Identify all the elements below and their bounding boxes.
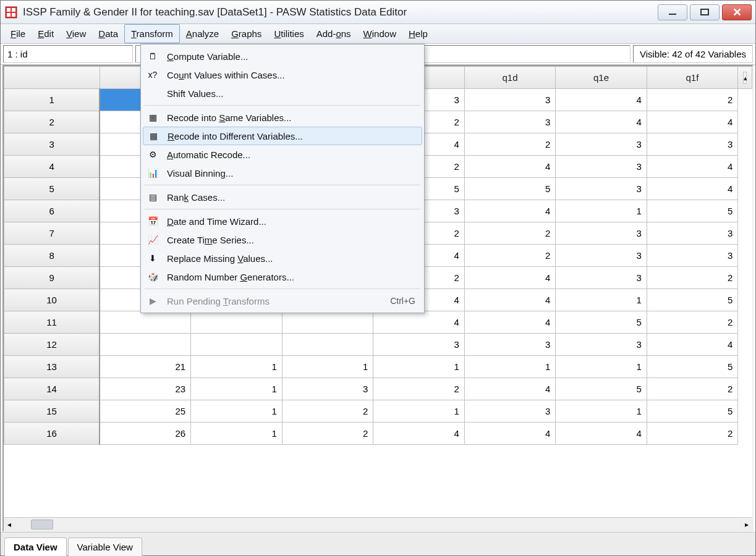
data-cell[interactable]: 1 bbox=[373, 400, 465, 423]
data-cell[interactable]: 1 bbox=[191, 400, 282, 423]
row-number[interactable]: 10 bbox=[4, 289, 100, 311]
data-cell[interactable]: 2 bbox=[647, 311, 738, 334]
menu-graphs[interactable]: Graphs bbox=[225, 24, 268, 43]
data-cell[interactable] bbox=[282, 311, 373, 334]
data-cell[interactable]: 3 bbox=[556, 334, 647, 356]
table-row[interactable]: 1525121315 bbox=[4, 400, 752, 423]
menu-edit[interactable]: Edit bbox=[32, 24, 60, 43]
data-cell[interactable]: 4 bbox=[373, 423, 465, 445]
row-number[interactable]: 14 bbox=[4, 378, 100, 400]
scrollbar-track[interactable] bbox=[16, 520, 740, 529]
col-header-q1d[interactable]: q1d bbox=[464, 67, 556, 89]
data-cell[interactable]: 4 bbox=[464, 289, 556, 311]
data-cell[interactable]: 4 bbox=[464, 267, 556, 289]
row-number[interactable]: 12 bbox=[4, 334, 100, 356]
table-row[interactable]: 1626124442 bbox=[4, 423, 752, 445]
scroll-right-icon[interactable]: ▸ bbox=[741, 520, 752, 529]
data-cell[interactable]: 5 bbox=[647, 356, 738, 378]
data-cell[interactable]: 3 bbox=[647, 222, 738, 245]
data-cell[interactable]: 3 bbox=[464, 89, 556, 111]
row-number[interactable]: 9 bbox=[4, 267, 100, 289]
row-number[interactable]: 4 bbox=[4, 156, 100, 178]
data-cell[interactable]: 26 bbox=[100, 423, 191, 445]
row-number[interactable]: 16 bbox=[4, 423, 100, 445]
data-cell[interactable]: 1 bbox=[464, 356, 556, 378]
tab-variable-view[interactable]: Variable View bbox=[68, 537, 142, 556]
data-cell[interactable]: 4 bbox=[647, 111, 738, 133]
menu-shift-values[interactable]: Shift Values... bbox=[141, 84, 424, 103]
data-cell[interactable]: 5 bbox=[556, 311, 647, 334]
menu-transform[interactable]: Transform bbox=[124, 24, 180, 43]
menu-create-time-series[interactable]: 📈 Create Time Series... bbox=[141, 230, 424, 249]
data-cell[interactable]: 5 bbox=[647, 289, 738, 311]
vertical-scrollbar[interactable]: ▴ bbox=[738, 67, 752, 89]
data-cell[interactable]: 4 bbox=[647, 178, 738, 200]
data-cell[interactable]: 1 bbox=[282, 356, 373, 378]
data-cell[interactable]: 3 bbox=[556, 178, 647, 200]
data-cell[interactable]: 1 bbox=[556, 289, 647, 311]
table-row[interactable]: 123334 bbox=[4, 334, 752, 356]
data-cell[interactable]: 4 bbox=[556, 89, 647, 111]
menu-view[interactable]: View bbox=[60, 24, 92, 43]
data-cell[interactable]: 3 bbox=[647, 245, 738, 267]
maximize-button[interactable] bbox=[690, 4, 720, 20]
row-number[interactable]: 13 bbox=[4, 356, 100, 378]
data-cell[interactable]: 4 bbox=[556, 423, 647, 445]
menu-visual-binning[interactable]: 📊 Visual Binning... bbox=[141, 164, 424, 182]
data-cell[interactable]: 2 bbox=[373, 378, 465, 400]
menu-rank-cases[interactable]: ▤ Rank Cases... bbox=[141, 188, 424, 206]
data-cell[interactable]: 3 bbox=[282, 378, 373, 400]
data-cell[interactable]: 5 bbox=[647, 400, 738, 423]
data-cell[interactable]: 1 bbox=[556, 356, 647, 378]
data-cell[interactable] bbox=[191, 311, 282, 334]
row-number[interactable]: 2 bbox=[4, 111, 100, 133]
data-cell[interactable]: 3 bbox=[556, 245, 647, 267]
menu-analyze[interactable]: Analyze bbox=[180, 24, 225, 43]
data-cell[interactable]: 2 bbox=[464, 222, 556, 245]
menu-random-number-generators[interactable]: 🎲 Random Number Generators... bbox=[141, 267, 424, 286]
data-cell[interactable]: 2 bbox=[464, 133, 556, 156]
data-cell[interactable]: 1 bbox=[373, 356, 465, 378]
menu-help[interactable]: Help bbox=[402, 24, 434, 43]
scroll-left-icon[interactable]: ◂ bbox=[4, 520, 15, 529]
table-row[interactable]: 1321111115 bbox=[4, 356, 752, 378]
row-number[interactable]: 5 bbox=[4, 178, 100, 200]
data-cell[interactable]: 3 bbox=[647, 133, 738, 156]
table-row[interactable]: 114452 bbox=[4, 311, 752, 334]
data-cell[interactable]: 4 bbox=[464, 200, 556, 222]
menu-recode-same[interactable]: ▦ Recode into Same Variables... bbox=[141, 108, 424, 127]
row-number[interactable]: 7 bbox=[4, 222, 100, 245]
close-button[interactable]: ✕ bbox=[722, 4, 752, 20]
table-row[interactable]: 1423132452 bbox=[4, 378, 752, 400]
menu-utilities[interactable]: Utilities bbox=[268, 24, 310, 43]
data-cell[interactable]: 2 bbox=[647, 378, 738, 400]
data-cell[interactable]: 4 bbox=[464, 156, 556, 178]
data-cell[interactable]: 5 bbox=[647, 200, 738, 222]
minimize-button[interactable] bbox=[658, 4, 687, 20]
data-cell[interactable]: 4 bbox=[647, 156, 738, 178]
data-cell[interactable]: 1 bbox=[191, 356, 282, 378]
menu-date-time-wizard[interactable]: 📅 Date and Time Wizard... bbox=[141, 212, 424, 230]
data-cell[interactable]: 1 bbox=[191, 378, 282, 400]
row-number[interactable]: 8 bbox=[4, 245, 100, 267]
data-cell[interactable]: 4 bbox=[556, 111, 647, 133]
row-number[interactable]: 1 bbox=[4, 89, 100, 111]
cell-reference[interactable]: 1 : id bbox=[3, 45, 133, 63]
data-cell[interactable]: 3 bbox=[556, 133, 647, 156]
scroll-up-icon[interactable]: ▴ bbox=[743, 72, 747, 84]
horizontal-scrollbar[interactable]: ◂ ▸ bbox=[4, 517, 752, 531]
data-cell[interactable] bbox=[100, 334, 191, 356]
data-cell[interactable] bbox=[100, 311, 191, 334]
data-cell[interactable]: 2 bbox=[464, 245, 556, 267]
data-cell[interactable]: 3 bbox=[556, 267, 647, 289]
data-cell[interactable]: 4 bbox=[373, 311, 465, 334]
menu-window[interactable]: Window bbox=[357, 24, 402, 43]
data-cell[interactable] bbox=[191, 334, 282, 356]
data-cell[interactable]: 5 bbox=[464, 178, 556, 200]
corner-cell[interactable] bbox=[4, 67, 100, 89]
data-cell[interactable]: 2 bbox=[282, 400, 373, 423]
data-cell[interactable]: 4 bbox=[464, 311, 556, 334]
menu-recode-different[interactable]: ▦ Recode into Different Variables... bbox=[143, 127, 422, 145]
menu-count-values[interactable]: x? Count Values within Cases... bbox=[141, 65, 424, 84]
data-cell[interactable]: 3 bbox=[464, 400, 556, 423]
